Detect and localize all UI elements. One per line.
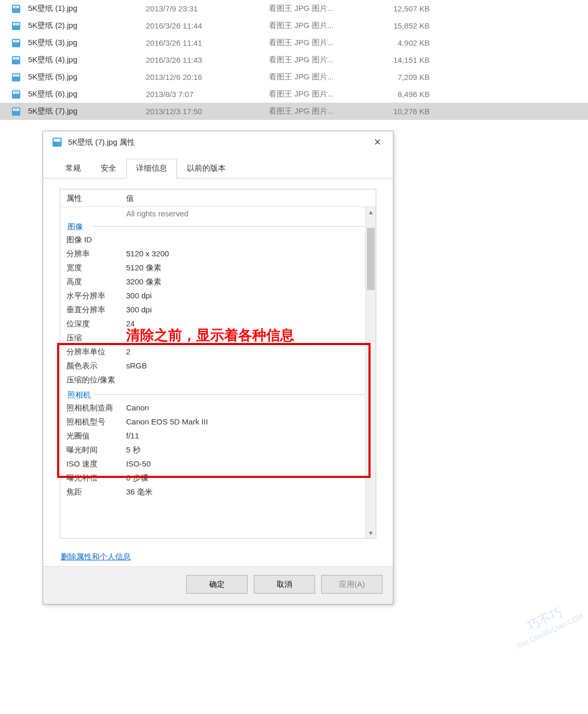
file-list: JPG 5K壁纸 (1).jpg 2013/7/9 23:31 看图王 JPG … <box>0 0 588 120</box>
file-row[interactable]: JPG 5K壁纸 (1).jpg 2013/7/9 23:31 看图王 JPG … <box>0 0 588 17</box>
file-date: 2016/3/26 11:44 <box>146 21 269 30</box>
jpg-icon: JPG <box>10 54 22 66</box>
file-type: 看图王 JPG 图片... <box>269 21 386 31</box>
svg-text:JPG: JPG <box>13 23 19 26</box>
file-date: 2016/3/26 11:41 <box>146 38 269 47</box>
file-name: 5K壁纸 (6).jpg <box>28 89 146 99</box>
file-date: 2013/12/6 20:16 <box>146 73 269 81</box>
svg-text:JPG: JPG <box>13 108 19 112</box>
file-name: 5K壁纸 (3).jpg <box>28 38 146 48</box>
file-row[interactable]: JPG 5K壁纸 (5).jpg 2013/12/6 20:16 看图王 JPG… <box>0 68 588 86</box>
file-row[interactable]: JPG 5K壁纸 (4).jpg 2016/3/26 11:43 看图王 JPG… <box>0 51 588 68</box>
file-size: 15,852 KB <box>386 21 430 30</box>
file-row[interactable]: JPG 5K壁纸 (7).jpg 2013/12/3 17:50 看图王 JPG… <box>0 103 588 120</box>
jpg-icon: JPG <box>10 37 22 49</box>
jpg-icon: JPG <box>10 20 22 32</box>
file-row[interactable]: JPG 5K壁纸 (3).jpg 2016/3/26 11:41 看图王 JPG… <box>0 34 588 51</box>
svg-text:JPG: JPG <box>13 6 19 9</box>
file-size: 12,507 KB <box>386 4 430 13</box>
file-type: 看图王 JPG 图片... <box>269 4 386 13</box>
file-date: 2013/8/3 7:07 <box>146 90 269 99</box>
file-name: 5K壁纸 (5).jpg <box>28 72 146 82</box>
jpg-icon: JPG <box>10 89 22 100</box>
svg-text:JPG: JPG <box>13 74 19 77</box>
jpg-icon: JPG <box>10 72 22 83</box>
file-size: 8,496 KB <box>386 90 430 99</box>
file-name: 5K壁纸 (4).jpg <box>28 55 146 65</box>
jpg-icon: JPG <box>10 106 22 117</box>
file-date: 2016/3/26 11:43 <box>146 56 269 64</box>
file-type: 看图王 JPG 图片... <box>269 106 386 116</box>
file-type: 看图王 JPG 图片... <box>269 38 386 48</box>
file-row[interactable]: JPG 5K壁纸 (2).jpg 2016/3/26 11:44 看图王 JPG… <box>0 17 588 34</box>
file-name: 5K壁纸 (1).jpg <box>28 4 146 13</box>
file-date: 2013/7/9 23:31 <box>146 4 269 13</box>
file-name: 5K壁纸 (2).jpg <box>28 21 146 31</box>
file-size: 10,276 KB <box>386 107 430 116</box>
file-date: 2013/12/3 17:50 <box>146 107 269 116</box>
jpg-icon: JPG <box>10 3 22 15</box>
file-size: 4,902 KB <box>386 38 430 47</box>
file-size: 7,209 KB <box>386 73 430 81</box>
file-type: 看图王 JPG 图片... <box>269 89 386 99</box>
svg-text:JPG: JPG <box>13 40 19 43</box>
file-name: 5K壁纸 (7).jpg <box>28 106 146 116</box>
svg-text:JPG: JPG <box>13 91 19 94</box>
file-type: 看图王 JPG 图片... <box>269 55 386 65</box>
file-type: 看图王 JPG 图片... <box>269 72 386 82</box>
svg-text:JPG: JPG <box>13 57 19 60</box>
file-size: 14,151 KB <box>386 56 430 64</box>
file-row[interactable]: JPG 5K壁纸 (6).jpg 2013/8/3 7:07 看图王 JPG 图… <box>0 86 588 103</box>
